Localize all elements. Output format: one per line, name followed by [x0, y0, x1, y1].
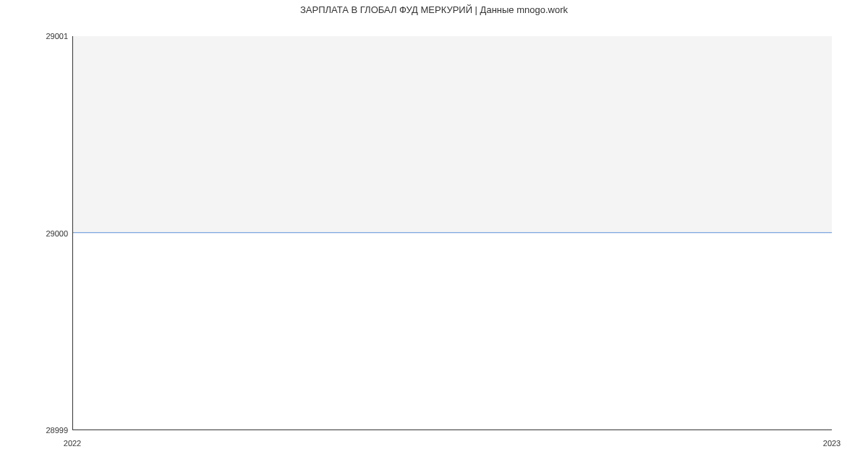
- y-axis-tick-label: 29000: [46, 229, 68, 238]
- plot-area: [72, 36, 832, 430]
- x-axis-tick-label: 2022: [64, 439, 81, 448]
- data-line-series: [73, 232, 832, 233]
- x-axis-tick-label: 2023: [823, 439, 841, 448]
- chart-title: ЗАРПЛАТА В ГЛОБАЛ ФУД МЕРКУРИЙ | Данные …: [0, 4, 868, 15]
- y-axis-tick-label: 29001: [46, 32, 68, 40]
- y-axis-tick-label: 28999: [46, 426, 68, 435]
- plot-background-lower: [73, 233, 832, 430]
- chart-container: ЗАРПЛАТА В ГЛОБАЛ ФУД МЕРКУРИЙ | Данные …: [0, 0, 868, 470]
